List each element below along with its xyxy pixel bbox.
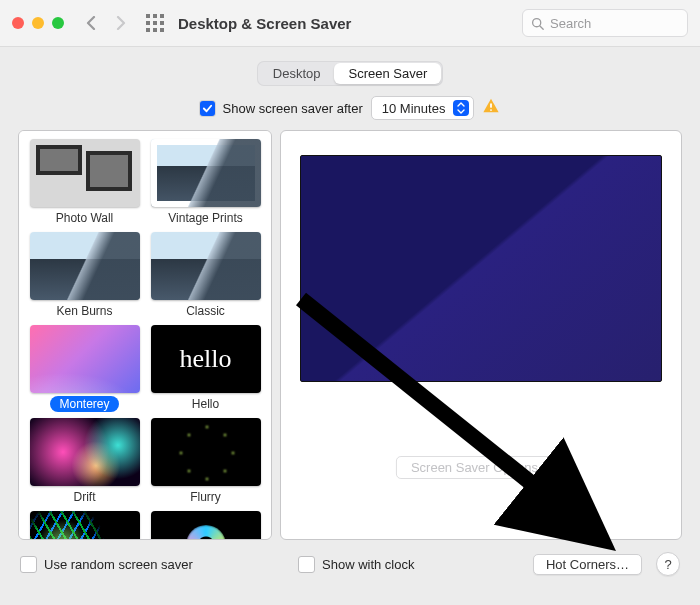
saver-classic[interactable]: Classic <box>146 232 265 319</box>
zoom-window-button[interactable] <box>52 17 64 29</box>
minimize-window-button[interactable] <box>32 17 44 29</box>
saver-flurry[interactable]: Flurry <box>146 418 265 505</box>
svg-line-10 <box>540 25 543 28</box>
svg-rect-2 <box>160 14 164 18</box>
search-icon <box>531 17 544 30</box>
saver-label: Photo Wall <box>47 210 123 226</box>
show-after-checkbox[interactable] <box>200 101 215 116</box>
svg-rect-6 <box>146 28 150 32</box>
saver-monterey[interactable]: Monterey <box>25 325 144 412</box>
saver-label: Flurry <box>181 489 230 505</box>
svg-rect-5 <box>160 21 164 25</box>
random-screensaver-checkbox[interactable] <box>20 556 37 573</box>
svg-rect-12 <box>490 109 492 111</box>
stepper-arrows-icon <box>453 100 469 116</box>
show-after-value: 10 Minutes <box>382 101 446 116</box>
thumbnail <box>30 232 140 300</box>
warning-icon[interactable] <box>482 97 500 120</box>
apps-grid-icon <box>146 14 164 32</box>
thumbnail: hello <box>151 325 261 393</box>
saver-label: Classic <box>177 303 234 319</box>
show-all-prefs-button[interactable] <box>142 10 168 36</box>
saver-hello[interactable]: hello Hello <box>146 325 265 412</box>
thumbnail <box>151 139 261 207</box>
random-screensaver-label: Use random screen saver <box>44 557 193 572</box>
thumbnail <box>30 511 140 540</box>
hot-corners-button[interactable]: Hot Corners… <box>533 554 642 575</box>
thumbnail <box>30 325 140 393</box>
saver-arabesque[interactable]: Arabesque <box>25 511 144 540</box>
svg-rect-1 <box>153 14 157 18</box>
svg-rect-4 <box>153 21 157 25</box>
tab-desktop[interactable]: Desktop <box>259 63 335 84</box>
saver-photo-wall[interactable]: Photo Wall <box>25 139 144 226</box>
titlebar: Desktop & Screen Saver Search <box>0 0 700 47</box>
back-button[interactable] <box>80 12 102 34</box>
saver-vintage-prints[interactable]: Vintage Prints <box>146 139 265 226</box>
bottom-row: Use random screen saver Show with clock … <box>0 540 700 576</box>
saver-drift[interactable]: Drift <box>25 418 144 505</box>
help-button[interactable]: ? <box>656 552 680 576</box>
show-with-clock-label: Show with clock <box>322 557 414 572</box>
thumbnail <box>151 511 261 540</box>
thumbnail <box>151 418 261 486</box>
tab-screen-saver[interactable]: Screen Saver <box>334 63 441 84</box>
search-placeholder: Search <box>550 16 591 31</box>
saver-label: Monterey <box>50 396 118 412</box>
main-area: Photo Wall Vintage Prints Ken Burns Clas… <box>0 130 700 540</box>
saver-shell[interactable]: Shell <box>146 511 265 540</box>
window-title: Desktop & Screen Saver <box>178 15 351 32</box>
close-window-button[interactable] <box>12 17 24 29</box>
checkmark-icon <box>202 103 213 114</box>
svg-rect-3 <box>146 21 150 25</box>
show-after-label: Show screen saver after <box>223 101 363 116</box>
show-after-row: Show screen saver after 10 Minutes <box>0 96 700 130</box>
saver-label: Drift <box>65 489 105 505</box>
svg-rect-8 <box>160 28 164 32</box>
show-after-select[interactable]: 10 Minutes <box>371 96 475 120</box>
tab-row: Desktop Screen Saver <box>0 47 700 96</box>
tab-control: Desktop Screen Saver <box>257 61 443 86</box>
preview-pane: Screen Saver Options… <box>280 130 682 540</box>
nav-buttons <box>80 12 132 34</box>
svg-rect-7 <box>153 28 157 32</box>
saver-ken-burns[interactable]: Ken Burns <box>25 232 144 319</box>
thumbnail <box>30 139 140 207</box>
window-controls <box>12 17 64 29</box>
saver-label: Ken Burns <box>47 303 121 319</box>
screensaver-options-button[interactable]: Screen Saver Options… <box>396 456 566 479</box>
show-with-clock-checkbox[interactable] <box>298 556 315 573</box>
svg-rect-0 <box>146 14 150 18</box>
saver-label: Vintage Prints <box>159 210 252 226</box>
svg-rect-11 <box>490 103 492 108</box>
thumbnail <box>151 232 261 300</box>
search-field[interactable]: Search <box>522 9 688 37</box>
forward-button[interactable] <box>110 12 132 34</box>
screensaver-preview <box>300 155 662 382</box>
saver-label: Hello <box>183 396 228 412</box>
screensaver-list[interactable]: Photo Wall Vintage Prints Ken Burns Clas… <box>18 130 272 540</box>
thumbnail <box>30 418 140 486</box>
